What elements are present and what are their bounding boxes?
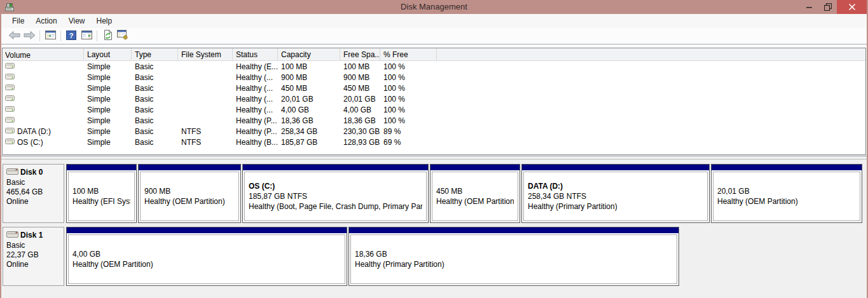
minimize-button[interactable] (800, 0, 818, 14)
volume-name-cell (3, 73, 84, 82)
layout-cell: Simple (84, 73, 132, 82)
status-cell: Healthy (P... (233, 127, 278, 136)
volume-name-cell: DATA (D:) (3, 127, 84, 136)
volume-row[interactable]: SimpleBasicHealthy (P...18,36 GB18,36 GB… (3, 115, 865, 126)
refresh-button[interactable] (100, 29, 115, 43)
type-cell: Basic (132, 95, 178, 104)
layout-cell: Simple (84, 138, 132, 147)
rescan-disks-button[interactable] (115, 29, 130, 43)
volume-icon (5, 105, 15, 114)
column-header-pct-free[interactable]: % Free (380, 48, 437, 60)
partition-block[interactable]: 4,00 GBHealthy (OEM Partition) (66, 227, 347, 286)
partition-info: 100 MBHealthy (EFI System Partition) (68, 172, 135, 221)
status-cell: Healthy (... (233, 73, 278, 82)
partition-detail-line: Healthy (OEM Partition) (436, 196, 514, 207)
back-button[interactable] (6, 29, 22, 43)
close-button[interactable] (837, 0, 867, 14)
pct-free-cell: 100 % (380, 84, 437, 93)
volume-row[interactable]: SimpleBasicHealthy (...4,00 GB4,00 GB100… (3, 104, 865, 115)
partition-volume-name: OS (C:) (249, 181, 422, 191)
column-header-type[interactable]: Type (132, 48, 178, 60)
disk-row-1: Disk 1 Basic 22,37 GB Online 4,00 GBHeal… (3, 227, 865, 286)
disk-size: 22,37 GB (6, 250, 60, 260)
volume-icon (5, 84, 15, 93)
show-console-tree-button[interactable] (43, 29, 58, 43)
volume-row[interactable]: SimpleBasicHealthy (...450 MB450 MB100 % (3, 83, 865, 93)
refresh-icon (103, 30, 113, 42)
disk-icon (6, 230, 18, 241)
console-tree-icon (45, 30, 56, 41)
volume-list-pane: Volume Layout Type File System Status Ca… (1, 44, 867, 156)
partition-detail-line: 20,01 GB (717, 186, 856, 196)
disk-1-label-panel[interactable]: Disk 1 Basic 22,37 GB Online (3, 227, 64, 286)
disk-0-partitions: 100 MBHealthy (EFI System Partition)900 … (66, 164, 864, 223)
volume-name-cell (3, 116, 84, 125)
partition-block[interactable]: 18,36 GBHealthy (Primary Partition) (348, 227, 679, 286)
pct-free-cell: 100 % (380, 73, 437, 82)
type-cell: Basic (132, 116, 178, 125)
column-header-file-system[interactable]: File System (178, 48, 233, 60)
volume-row[interactable]: OS (C:)SimpleBasicNTFSHealthy (B...185,8… (3, 137, 865, 147)
status-cell: Healthy (P... (233, 116, 278, 125)
volume-name-cell: OS (C:) (3, 138, 84, 147)
partition-info: 20,01 GBHealthy (OEM Partition) (713, 172, 860, 221)
volume-row[interactable]: SimpleBasicHealthy (...20,01 GB20,01 GB1… (3, 93, 865, 104)
column-header-layout[interactable]: Layout (84, 48, 132, 60)
disk-status: Online (6, 197, 60, 207)
restore-button[interactable] (818, 0, 837, 14)
partition-block[interactable]: 900 MBHealthy (OEM Partition) (138, 164, 241, 223)
rescan-disks-icon (117, 30, 128, 42)
partition-block[interactable]: 20,01 GBHealthy (OEM Partition) (711, 164, 862, 223)
capacity-cell: 185,87 GB (278, 138, 340, 147)
free-space-cell: 18,36 GB (340, 116, 380, 125)
toolbar-separator (39, 30, 40, 41)
partition-status-bar (522, 165, 709, 170)
capacity-cell: 258,34 GB (278, 127, 340, 136)
partition-detail-line: 100 MB (72, 186, 130, 196)
volume-row[interactable]: SimpleBasicHealthy (E...100 MB100 MB100 … (3, 61, 865, 72)
column-header-free-space[interactable]: Free Spa... (340, 48, 380, 60)
partition-info: 18,36 GBHealthy (Primary Partition) (350, 234, 677, 284)
partition-block[interactable]: 100 MBHealthy (EFI System Partition) (66, 164, 137, 223)
status-cell: Healthy (B... (233, 138, 278, 147)
disk-type: Basic (6, 241, 60, 250)
free-space-cell: 128,93 GB (340, 138, 380, 147)
disk-management-window: Disk Management File Action View Help (0, 0, 868, 298)
help-button[interactable]: ? (64, 29, 79, 43)
column-header-volume[interactable]: Volume (3, 48, 84, 60)
disk-status: Online (6, 260, 60, 269)
column-header-capacity[interactable]: Capacity (278, 48, 340, 60)
partition-block[interactable]: 450 MBHealthy (OEM Partition) (430, 164, 520, 223)
disk-row-0: Disk 0 Basic 465,64 GB Online 100 MBHeal… (3, 164, 865, 223)
volume-icon (5, 95, 15, 104)
layout-cell: Simple (84, 95, 132, 104)
volume-icon (5, 127, 15, 136)
status-cell: Healthy (E... (233, 62, 278, 71)
file-system-cell: NTFS (178, 138, 233, 147)
menu-help[interactable]: Help (91, 15, 118, 27)
volume-row[interactable]: DATA (D:)SimpleBasicNTFSHealthy (P...258… (3, 126, 865, 137)
type-cell: Basic (132, 105, 178, 114)
capacity-cell: 4,00 GB (278, 105, 340, 114)
pct-free-cell: 100 % (380, 116, 437, 125)
type-cell: Basic (132, 62, 178, 71)
forward-button[interactable] (22, 29, 37, 43)
volume-listview: Volume Layout Type File System Status Ca… (2, 48, 866, 155)
menu-action[interactable]: Action (30, 15, 62, 27)
disk-0-label-panel[interactable]: Disk 0 Basic 465,64 GB Online (3, 164, 64, 223)
partition-block[interactable]: OS (C:)185,87 GB NTFSHealthy (Boot, Page… (242, 164, 429, 223)
column-header-status[interactable]: Status (233, 48, 278, 60)
partition-detail-line: Healthy (Boot, Page File, Crash Dump, Pr… (249, 201, 422, 212)
partition-info: 4,00 GBHealthy (OEM Partition) (68, 234, 345, 284)
volume-row[interactable]: SimpleBasicHealthy (...900 MB900 MB100 % (3, 72, 865, 83)
menu-view[interactable]: View (63, 15, 91, 27)
menu-file[interactable]: File (6, 15, 30, 27)
partition-info: DATA (D:)258,34 GB NTFSHealthy (Primary … (523, 172, 708, 221)
show-action-pane-button[interactable] (79, 29, 94, 43)
svg-text:?: ? (69, 31, 74, 39)
partition-block[interactable]: DATA (D:)258,34 GB NTFSHealthy (Primary … (521, 164, 710, 223)
volume-name-cell (3, 84, 84, 93)
layout-cell: Simple (84, 105, 132, 114)
capacity-cell: 100 MB (278, 62, 340, 71)
file-system-cell: NTFS (178, 127, 233, 136)
